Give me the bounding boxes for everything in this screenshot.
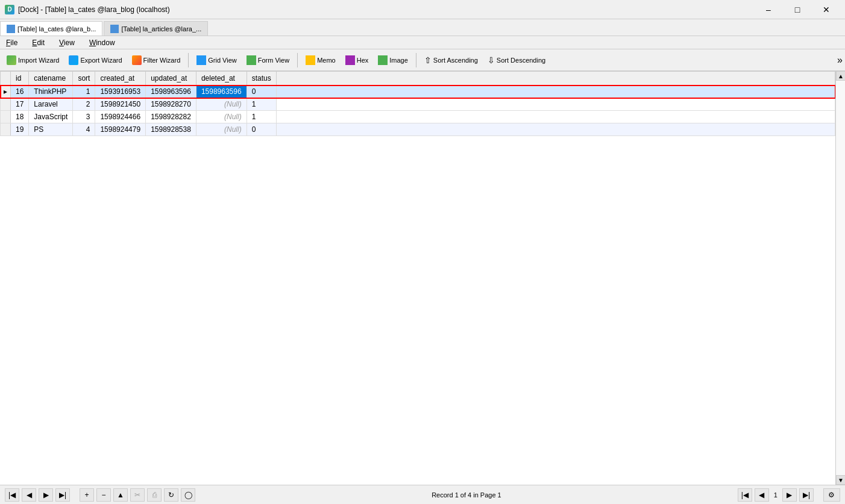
- cell-sort[interactable]: 4: [73, 123, 95, 136]
- nav-copy-button[interactable]: ⎙: [147, 488, 162, 502]
- nav-stop-button[interactable]: ◯: [181, 488, 195, 502]
- col-header-status[interactable]: status: [247, 72, 276, 86]
- page-navigation: |◀ ◀ 1 ▶ ▶| ⚙: [738, 488, 840, 502]
- scroll-up-btn[interactable]: ▲: [836, 71, 845, 81]
- cell-deleted-at[interactable]: 1598963596: [196, 86, 247, 98]
- col-header-sort[interactable]: sort: [73, 72, 95, 86]
- cell-sort[interactable]: 3: [73, 111, 95, 123]
- nav-next-button[interactable]: ▶: [39, 488, 53, 502]
- cell-id[interactable]: 19: [11, 123, 29, 136]
- cell-updated-at[interactable]: 1598963596: [146, 86, 196, 98]
- close-button[interactable]: ✕: [812, 0, 840, 19]
- nav-first-button[interactable]: |◀: [5, 488, 19, 502]
- export-wizard-button[interactable]: Export Wizard: [64, 52, 126, 69]
- grid-view-label: Grid View: [208, 57, 236, 64]
- cell-catename[interactable]: ThinkPHP: [29, 86, 73, 98]
- cell-status[interactable]: 0: [247, 86, 276, 98]
- filter-wizard-button[interactable]: Filter Wizard: [128, 52, 185, 69]
- col-header-id[interactable]: id: [11, 72, 29, 86]
- page-options-button[interactable]: ⚙: [823, 488, 840, 502]
- page-first-button[interactable]: |◀: [738, 488, 752, 502]
- cell-id[interactable]: 16: [11, 86, 29, 98]
- table-row[interactable]: ▸ 16 ThinkPHP 1 1593916953 1598963596 15…: [1, 86, 835, 98]
- cell-catename[interactable]: Laravel: [29, 98, 73, 111]
- cell-created-at[interactable]: 1598924479: [95, 123, 146, 136]
- col-header-deleted-at[interactable]: deleted_at: [196, 72, 247, 86]
- menu-view[interactable]: View: [55, 37, 78, 48]
- nav-refresh-button[interactable]: ↻: [164, 488, 178, 502]
- cell-status[interactable]: 0: [247, 123, 276, 136]
- nav-add-button[interactable]: +: [80, 488, 94, 502]
- nav-last-button[interactable]: ▶|: [55, 488, 70, 502]
- grid-view-icon: [196, 55, 206, 65]
- tab1-label: [Table] la_cates @lara_b...: [17, 25, 96, 33]
- nav-up-button[interactable]: ▲: [113, 488, 128, 502]
- cell-status[interactable]: 1: [247, 111, 276, 123]
- app-icon: D: [5, 5, 14, 14]
- vertical-scrollbar[interactable]: ▲ ▼: [835, 71, 845, 485]
- cell-created-at[interactable]: 1598921450: [95, 98, 146, 111]
- tab2-icon: [110, 25, 119, 33]
- form-view-icon: [247, 55, 256, 65]
- record-info: Record 1 of 4 in Page 1: [432, 491, 501, 499]
- cell-deleted-at-null[interactable]: (Null): [196, 98, 247, 111]
- tab-la-cates[interactable]: [Table] la_cates @lara_b...: [0, 21, 102, 36]
- cell-updated-at[interactable]: 1598928282: [146, 111, 196, 123]
- import-wizard-button[interactable]: Import Wizard: [2, 52, 63, 69]
- menu-file[interactable]: File: [2, 37, 21, 48]
- menu-window[interactable]: Window: [86, 37, 119, 48]
- memo-label: Memo: [317, 57, 336, 64]
- sort-ascending-button[interactable]: ⇧ Sort Ascending: [420, 52, 482, 69]
- grid-view-button[interactable]: Grid View: [192, 52, 240, 69]
- cell-deleted-at-null[interactable]: (Null): [196, 123, 247, 136]
- table-container[interactable]: id catename sort created_at updated_at d…: [0, 71, 835, 485]
- nav-prev-button[interactable]: ◀: [22, 488, 36, 502]
- form-view-button[interactable]: Form View: [242, 52, 294, 69]
- title-bar: D [Dock] - [Table] la_cates @lara_blog (…: [0, 0, 845, 19]
- hex-button[interactable]: Hex: [341, 52, 373, 69]
- cell-catename[interactable]: PS: [29, 123, 73, 136]
- col-header-created-at[interactable]: created_at: [95, 72, 146, 86]
- cell-updated-at[interactable]: 1598928270: [146, 98, 196, 111]
- cell-status[interactable]: 1: [247, 98, 276, 111]
- image-button[interactable]: Image: [374, 52, 412, 69]
- cell-catename[interactable]: JavaScript: [29, 111, 73, 123]
- maximize-button[interactable]: □: [784, 0, 811, 19]
- menu-edit[interactable]: Edit: [28, 37, 48, 48]
- page-prev-button[interactable]: ◀: [755, 488, 769, 502]
- cell-updated-at[interactable]: 1598928538: [146, 123, 196, 136]
- col-header-updated-at[interactable]: updated_at: [146, 72, 196, 86]
- minimize-button[interactable]: –: [755, 0, 782, 19]
- sort-ascending-label: Sort Ascending: [433, 57, 478, 64]
- tab-bar: [Table] la_cates @lara_b... [Table] la_a…: [0, 19, 845, 36]
- memo-button[interactable]: Memo: [301, 52, 340, 69]
- page-last-button[interactable]: ▶|: [799, 488, 814, 502]
- table-row[interactable]: 19 PS 4 1598924479 1598928538 (Null) 0: [1, 123, 835, 136]
- toolbar: Import Wizard Export Wizard Filter Wizar…: [0, 49, 845, 71]
- tab-la-articles[interactable]: [Table] la_articles @lara_...: [104, 21, 208, 36]
- export-icon: [69, 55, 78, 65]
- cell-sort[interactable]: 1: [73, 86, 95, 98]
- col-header-catename[interactable]: catename: [29, 72, 73, 86]
- cell-id[interactable]: 18: [11, 111, 29, 123]
- menu-bar: File Edit View Window: [0, 36, 845, 49]
- scroll-down-btn[interactable]: ▼: [836, 475, 845, 485]
- cell-created-at[interactable]: 1598924466: [95, 111, 146, 123]
- cell-id[interactable]: 17: [11, 98, 29, 111]
- toolbar-more[interactable]: »: [837, 55, 843, 66]
- cell-created-at[interactable]: 1593916953: [95, 86, 146, 98]
- window-controls: – □ ✕: [755, 0, 840, 19]
- page-next-button[interactable]: ▶: [782, 488, 797, 502]
- row-indicator-cell: [1, 123, 11, 136]
- separator-1: [188, 53, 189, 67]
- table-row[interactable]: 18 JavaScript 3 1598924466 1598928282 (N…: [1, 111, 835, 123]
- cell-deleted-at-null[interactable]: (Null): [196, 111, 247, 123]
- status-bar: |◀ ◀ ▶ ▶| + − ▲ ✂ ⎙ ↻ ◯ Record 1 of 4 in…: [0, 485, 845, 504]
- filter-icon: [132, 55, 142, 65]
- table-row[interactable]: 17 Laravel 2 1598921450 1598928270 (Null…: [1, 98, 835, 111]
- nav-remove-button[interactable]: −: [96, 488, 111, 502]
- sort-descending-button[interactable]: ⇩ Sort Descending: [483, 52, 550, 69]
- image-label: Image: [389, 57, 408, 64]
- cell-sort[interactable]: 2: [73, 98, 95, 111]
- nav-cut-button[interactable]: ✂: [130, 488, 145, 502]
